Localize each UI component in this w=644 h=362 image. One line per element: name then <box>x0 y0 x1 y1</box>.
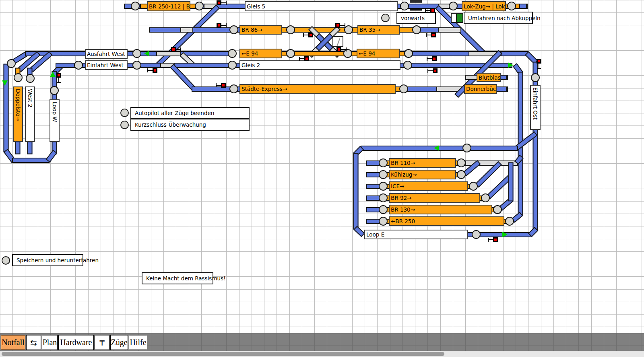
feedback-sensor[interactable] <box>132 49 141 58</box>
feedback-sensor[interactable] <box>229 25 238 34</box>
feedback-sensor[interactable] <box>228 49 237 58</box>
feedback-sensor[interactable] <box>195 2 204 10</box>
feedback-sensor[interactable] <box>379 170 388 179</box>
block-br-130[interactable]: BR 130→ <box>389 205 492 214</box>
toolbar-button-z-ge[interactable]: Züge <box>110 335 128 350</box>
feedback-sensor[interactable] <box>228 61 237 70</box>
block-br-92[interactable]: BR 92→ <box>389 193 480 203</box>
block-loop-e[interactable]: Loop E <box>364 230 468 239</box>
feedback-sensor[interactable] <box>399 84 408 93</box>
track-segment <box>366 160 380 166</box>
block-einfahrt-ost[interactable]: Einfahrt Ost <box>530 85 541 130</box>
bottom-toolbar: Notfall⇆PlanHardware₸ZügeHilfe <box>0 333 644 351</box>
toolbar-button-notfall[interactable]: Notfall <box>1 335 25 350</box>
feedback-sensor[interactable] <box>412 25 421 34</box>
block-gleis-5[interactable]: Gleis 5 <box>245 1 398 11</box>
toolbar-shunt-arrows-icon[interactable]: ⇆ <box>26 335 41 350</box>
label-vorwaerts[interactable]: vorwärts <box>396 12 436 24</box>
signal-icon[interactable] <box>147 68 157 73</box>
feedback-sensor[interactable] <box>379 205 388 214</box>
track-segment <box>12 158 50 163</box>
block-einfahrt-west[interactable]: Einfahrt West <box>85 60 128 70</box>
feedback-sensor[interactable] <box>472 230 481 239</box>
block-br-250[interactable]: ←BR 250 <box>389 216 504 226</box>
block-br-86[interactable]: BR 86→ <box>239 25 282 35</box>
signal-icon[interactable] <box>487 237 498 242</box>
signal-icon[interactable] <box>426 56 437 61</box>
signal-icon[interactable] <box>298 56 309 61</box>
block-gleis-2[interactable]: Gleis 2 <box>239 60 400 70</box>
feedback-sensor[interactable] <box>26 74 35 83</box>
label-keine-macht[interactable]: Keine Macht dem Rassismus! <box>142 272 213 284</box>
block-st-dte-express[interactable]: Städte-Express→ <box>239 84 396 94</box>
block-k-hlzug[interactable]: Kühlzug→ <box>389 170 456 179</box>
block-e-94[interactable]: ←E 94 <box>357 49 400 58</box>
horizontal-scrollbar[interactable] <box>0 351 644 357</box>
signal-icon[interactable] <box>427 68 438 73</box>
feedback-sensor[interactable] <box>7 59 16 68</box>
feedback-sensor[interactable] <box>457 170 466 179</box>
feedback-sensor[interactable] <box>403 61 412 70</box>
signal-icon[interactable] <box>217 0 227 5</box>
feedback-sensor[interactable] <box>50 86 59 95</box>
feedback-sensor[interactable] <box>531 73 540 82</box>
feedback-sensor[interactable] <box>132 61 141 70</box>
feedback-sensor[interactable] <box>286 49 295 58</box>
signal-icon[interactable] <box>335 23 346 28</box>
signal-icon[interactable] <box>215 83 226 88</box>
feedback-sensor[interactable] <box>286 25 295 34</box>
button-vorwaerts[interactable] <box>381 14 390 22</box>
toolbar-button-hardware[interactable]: Hardware <box>58 335 94 350</box>
feedback-sensor[interactable] <box>379 193 388 202</box>
signal-icon[interactable] <box>217 23 227 28</box>
feedback-sensor[interactable] <box>404 49 413 58</box>
button-autopilot-beenden[interactable] <box>120 109 129 117</box>
feedback-sensor[interactable] <box>229 84 238 93</box>
toolbar-button-hilfe[interactable]: Hilfe <box>129 335 147 350</box>
signal-icon[interactable] <box>302 33 313 37</box>
signal-icon[interactable] <box>171 47 182 52</box>
block-ice[interactable]: ICE→ <box>389 181 468 191</box>
feedback-sensor[interactable] <box>14 73 23 82</box>
feedback-sensor[interactable] <box>469 182 478 191</box>
button-kurzschluss-ueberwachung[interactable] <box>120 121 129 129</box>
block-donnerb-chse[interactable]: Donnerbüchse <box>464 84 497 94</box>
block-ausfahrt-west[interactable]: Ausfahrt West <box>85 49 128 59</box>
block-br-110[interactable]: BR 110→ <box>389 158 456 168</box>
block-br-250-112-br-25[interactable]: BR 250-112 | BR 25 <box>147 1 190 11</box>
toolbar-button-plan[interactable]: Plan <box>42 335 58 350</box>
feedback-sensor[interactable] <box>379 217 388 226</box>
block-doppelsto[interactable]: Doppelsto→ <box>13 86 23 142</box>
signal-icon[interactable] <box>425 33 436 37</box>
feedback-sensor[interactable] <box>400 2 409 10</box>
feedback-sensor[interactable] <box>131 2 140 10</box>
block-lok-zug-lok-zug[interactable]: Lok-Zug→ | Lok-Zug <box>462 1 506 11</box>
label-umfahren-nach-abkuppeln[interactable]: Umfahren nach Abkuppeln <box>464 12 533 24</box>
feedback-sensor[interactable] <box>449 2 458 10</box>
block-e-94[interactable]: ←E 94 <box>239 49 282 58</box>
scrollbar-thumb[interactable] <box>2 352 444 356</box>
feedback-sensor[interactable] <box>507 2 516 10</box>
toolbar-signal-mast-icon[interactable]: ₸ <box>95 335 109 350</box>
block-br-35[interactable]: BR 35→ <box>357 25 400 35</box>
signal-icon[interactable] <box>336 47 347 52</box>
feedback-sensor[interactable] <box>481 193 490 202</box>
label-autopilot-beenden[interactable]: Autopilot aller Züge beenden <box>130 107 250 119</box>
feedback-sensor[interactable] <box>74 61 83 70</box>
label-speichern-herunterfahren[interactable]: Speichern und herunterfahren <box>12 254 83 266</box>
block-west-2[interactable]: West 2 <box>25 86 35 142</box>
block-blutblase[interactable]: Blutblase <box>477 73 501 82</box>
signal-icon[interactable] <box>56 73 61 84</box>
decoupler-icon[interactable] <box>332 36 343 47</box>
feedback-sensor[interactable] <box>493 205 502 214</box>
feedback-sensor[interactable] <box>462 144 471 152</box>
block-loop-w[interactable]: Loop W <box>50 99 60 142</box>
feedback-sensor[interactable] <box>379 182 388 191</box>
track-segment <box>366 195 380 201</box>
signal-icon[interactable] <box>537 59 541 70</box>
feedback-sensor[interactable] <box>505 217 514 226</box>
feedback-sensor[interactable] <box>379 158 388 167</box>
feedback-sensor[interactable] <box>457 158 466 167</box>
button-speichern-herunterfahren[interactable] <box>2 256 10 265</box>
label-kurzschluss-ueberwachung[interactable]: Kurzschluss-Überwachung <box>130 119 250 131</box>
